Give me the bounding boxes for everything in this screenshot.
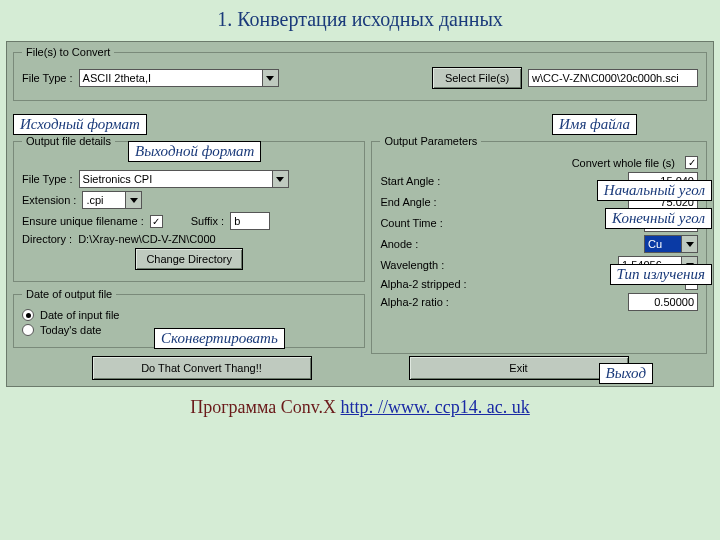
footer-link[interactable]: http: //www. ccp14. ac. uk	[341, 397, 530, 417]
chevron-down-icon	[681, 236, 697, 252]
convert-whole-label: Convert whole file (s)	[572, 157, 675, 169]
columns: Output file details Выходной формат File…	[13, 135, 707, 354]
files-to-convert-group: File(s) to Convert File Type : ASCII 2th…	[13, 46, 707, 101]
slide-title: 1. Конвертация исходных данных	[0, 0, 720, 41]
anode-select[interactable]: Cu	[644, 235, 698, 253]
footer-program: Программа Conv.X	[190, 397, 340, 417]
ensure-unique-label: Ensure unique filename :	[22, 215, 144, 227]
annotation-start-angle: Начальный угол	[597, 180, 712, 201]
annotation-end-angle: Конечный угол	[605, 208, 712, 229]
alpha2-ratio-label: Alpha-2 ratio :	[380, 296, 448, 308]
start-angle-label: Start Angle :	[380, 175, 440, 187]
anode-label: Anode :	[380, 238, 418, 250]
output-details-group: Output file details Выходной формат File…	[13, 135, 365, 282]
file-type-label: File Type :	[22, 72, 73, 84]
annotation-exit: Выход	[599, 363, 654, 384]
output-params-legend: Output Parameters	[380, 135, 481, 147]
annotation-output-format: Выходной формат	[128, 141, 261, 162]
out-file-type-value: Sietronics CPI	[83, 173, 153, 185]
right-column: Output Parameters Convert whole file (s)…	[371, 135, 707, 354]
chevron-down-icon	[262, 70, 278, 86]
output-params-group: Output Parameters Convert whole file (s)…	[371, 135, 707, 354]
exit-button[interactable]: Exit	[409, 356, 629, 380]
ensure-unique-checkbox[interactable]: ✓	[150, 215, 163, 228]
annotation-source-format: Исходный формат	[13, 114, 147, 135]
chevron-down-icon	[272, 171, 288, 187]
chevron-down-icon	[125, 192, 141, 208]
select-files-button[interactable]: Select File(s)	[432, 67, 522, 89]
date-output-legend: Date of output file	[22, 288, 116, 300]
files-to-convert-legend: File(s) to Convert	[22, 46, 114, 58]
out-file-type-select[interactable]: Sietronics CPI	[79, 170, 289, 188]
output-details-legend: Output file details	[22, 135, 115, 147]
radio-date-input-label: Date of input file	[40, 309, 120, 321]
radio-date-today[interactable]	[22, 324, 34, 336]
alpha2-ratio-input[interactable]: 0.50000	[628, 293, 698, 311]
anode-value: Cu	[648, 238, 662, 250]
date-output-group: Date of output file Date of input file T…	[13, 288, 365, 348]
radio-date-input[interactable]	[22, 309, 34, 321]
annotation-anode: Тип излучения	[610, 264, 712, 285]
annotation-convert: Сконвертировать	[154, 328, 285, 349]
left-column: Output file details Выходной формат File…	[13, 135, 365, 354]
radio-date-today-label: Today's date	[40, 324, 101, 336]
extension-value: .cpi	[86, 194, 103, 206]
footer: Программа Conv.X http: //www. ccp14. ac.…	[0, 391, 720, 418]
file-type-value: ASCII 2theta,I	[83, 72, 151, 84]
annotation-file-name: Имя файла	[552, 114, 637, 135]
app-window: File(s) to Convert File Type : ASCII 2th…	[6, 41, 714, 387]
out-file-type-label: File Type :	[22, 173, 73, 185]
wavelength-label: Wavelength :	[380, 259, 444, 271]
convert-button[interactable]: Do That Convert Thang!!	[92, 356, 312, 380]
extension-select[interactable]: .cpi	[82, 191, 142, 209]
extension-label: Extension :	[22, 194, 76, 206]
suffix-label: Suffix :	[191, 215, 224, 227]
change-directory-button[interactable]: Change Directory	[135, 248, 243, 270]
selected-file-path[interactable]: w\CC-V-ZN\C000\20c000h.sci	[528, 69, 698, 87]
directory-label: Directory :	[22, 233, 72, 245]
count-time-label: Count Time :	[380, 217, 442, 229]
suffix-input[interactable]: b	[230, 212, 270, 230]
convert-whole-checkbox[interactable]: ✓	[685, 156, 698, 169]
alpha2-stripped-label: Alpha-2 stripped :	[380, 278, 466, 290]
directory-value: D:\Xray-new\CD-V-ZN\C000	[78, 233, 216, 245]
end-angle-label: End Angle :	[380, 196, 436, 208]
file-type-select[interactable]: ASCII 2theta,I	[79, 69, 279, 87]
